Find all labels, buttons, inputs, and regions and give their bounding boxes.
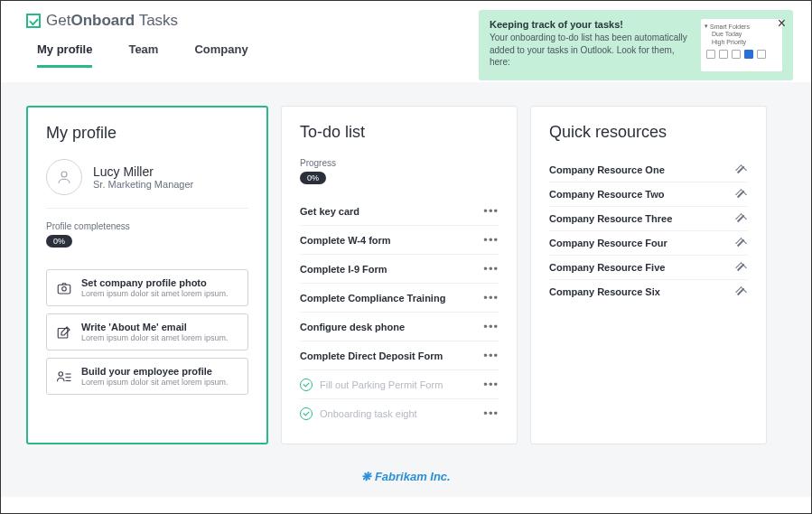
avatar-icon <box>46 159 82 195</box>
check-icon <box>300 378 313 391</box>
resource-title: Company Resource Three <box>549 213 672 224</box>
more-icon[interactable]: ••• <box>483 291 499 304</box>
resource-title: Company Resource Six <box>549 286 660 297</box>
action-title: Write 'About Me' email <box>81 322 229 332</box>
svg-point-4 <box>59 372 63 377</box>
action-sub: Lorem ipsum dolor sit amet lorem ipsum. <box>81 333 229 342</box>
progress-label: Progress <box>300 158 499 168</box>
profile-name: Lucy Miller <box>93 164 193 179</box>
banner-title: Keeping track of your tasks! <box>490 19 692 30</box>
app-logo: GetOnboard Tasks <box>26 12 178 30</box>
footer-brand: Fabrikam Inc. <box>361 470 450 483</box>
resources-card: Quick resources Company Resource OneComp… <box>530 106 767 444</box>
resource-title: Company Resource Two <box>549 189 665 200</box>
tab-my-profile[interactable]: My profile <box>37 37 92 68</box>
check-icon <box>300 407 313 420</box>
task-row[interactable]: Complete Compliance Training••• <box>300 284 499 313</box>
arrow-icon <box>737 213 748 224</box>
resource-title: Company Resource One <box>549 164 665 175</box>
resource-row[interactable]: Company Resource Two <box>549 182 748 207</box>
resource-title: Company Resource Four <box>549 238 667 248</box>
completeness-label: Profile completeness <box>46 221 248 231</box>
compose-icon <box>56 324 72 341</box>
arrow-icon <box>737 238 748 248</box>
action-title: Build your employee profile <box>81 366 229 377</box>
task-title: Get key card <box>300 206 359 217</box>
task-title: Configure desk phone <box>300 322 405 332</box>
arrow-icon <box>737 164 748 175</box>
notification-banner: Keeping track of your tasks! Your onboar… <box>479 10 793 80</box>
task-row[interactable]: Fill out Parking Permit Form••• <box>300 370 499 399</box>
camera-icon <box>56 280 72 296</box>
more-icon[interactable]: ••• <box>483 233 499 247</box>
arrow-icon <box>737 286 748 297</box>
task-title: Complete W-4 form <box>300 235 391 246</box>
profile-role: Sr. Marketing Manager <box>93 179 193 190</box>
task-row[interactable]: Complete Direct Deposit Form••• <box>300 341 499 370</box>
task-title: Onboarding task eight <box>320 408 417 419</box>
banner-preview-image: ▾Smart Folders Due Today High Priority <box>701 19 782 71</box>
profile-card-title: My profile <box>46 124 248 143</box>
progress-badge: 0% <box>300 172 326 184</box>
resource-list: Company Resource OneCompany Resource Two… <box>549 158 748 304</box>
logo-check-icon <box>26 14 41 28</box>
banner-body: Your onboarding to-do list has been auto… <box>490 32 692 69</box>
task-row[interactable]: Onboarding task eight••• <box>300 399 499 427</box>
action-title: Set company profile photo <box>81 277 229 288</box>
svg-rect-1 <box>58 285 70 294</box>
more-icon[interactable]: ••• <box>483 378 499 391</box>
more-icon[interactable]: ••• <box>483 262 499 276</box>
app-name: GetOnboard Tasks <box>46 12 178 30</box>
task-title: Complete Compliance Training <box>300 293 445 304</box>
tab-team[interactable]: Team <box>128 37 158 68</box>
action-sub: Lorem ipsum dolor sit amet lorem ipsum. <box>81 378 229 387</box>
resource-row[interactable]: Company Resource Three <box>549 207 748 231</box>
task-title: Complete I-9 Form <box>300 264 387 275</box>
more-icon[interactable]: ••• <box>483 349 499 362</box>
task-row[interactable]: Complete W-4 form••• <box>300 226 499 255</box>
arrow-icon <box>737 189 748 200</box>
task-title: Complete Direct Deposit Form <box>300 350 443 361</box>
todo-card-title: To-do list <box>300 123 499 142</box>
close-icon[interactable]: × <box>778 15 786 32</box>
more-icon[interactable]: ••• <box>483 204 499 218</box>
footer: Fabrikam Inc. <box>1 455 811 497</box>
task-row[interactable]: Complete I-9 Form••• <box>300 255 499 284</box>
action-set-photo[interactable]: Set company profile photo Lorem ipsum do… <box>46 269 248 306</box>
resource-row[interactable]: Company Resource Five <box>549 256 748 280</box>
resource-row[interactable]: Company Resource Six <box>549 280 748 304</box>
task-list: Get key card•••Complete W-4 form•••Compl… <box>300 197 499 427</box>
todo-card: To-do list Progress 0% Get key card•••Co… <box>281 106 518 444</box>
completeness-badge: 0% <box>46 235 72 248</box>
arrow-icon <box>737 262 748 273</box>
profile-person: Lucy Miller Sr. Marketing Manager <box>46 159 248 209</box>
people-list-icon <box>56 369 72 385</box>
profile-card: My profile Lucy Miller Sr. Marketing Man… <box>26 106 268 444</box>
svg-point-2 <box>62 287 67 292</box>
task-title: Fill out Parking Permit Form <box>320 379 443 390</box>
task-row[interactable]: Get key card••• <box>300 197 499 226</box>
task-row[interactable]: Configure desk phone••• <box>300 313 499 341</box>
resource-title: Company Resource Five <box>549 262 665 273</box>
resource-row[interactable]: Company Resource One <box>549 158 748 182</box>
action-sub: Lorem ipsum dolor sit amet lorem ipsum. <box>81 289 229 298</box>
more-icon[interactable]: ••• <box>483 320 499 333</box>
tab-company[interactable]: Company <box>194 37 247 68</box>
resources-card-title: Quick resources <box>549 123 748 142</box>
action-build-profile[interactable]: Build your employee profile Lorem ipsum … <box>46 358 248 395</box>
action-write-email[interactable]: Write 'About Me' email Lorem ipsum dolor… <box>46 313 248 350</box>
svg-point-0 <box>61 172 67 177</box>
resource-row[interactable]: Company Resource Four <box>549 231 748 256</box>
more-icon[interactable]: ••• <box>483 407 499 420</box>
